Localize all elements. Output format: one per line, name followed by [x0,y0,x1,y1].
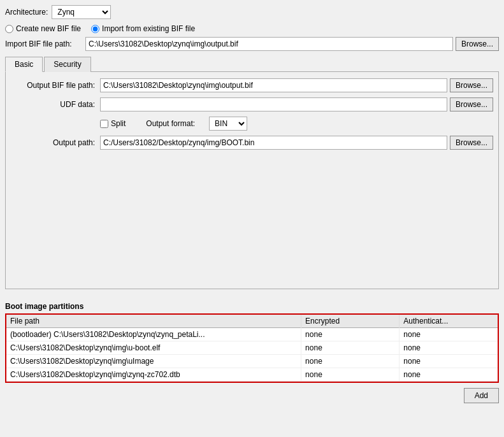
table-row[interactable]: C:\Users\31082\Desktop\zynq\img\uImage n… [6,355,498,368]
partitions-table-container: File path Encrypted Authenticat... (boot… [5,313,499,383]
import-bif-path-label: Import BIF file path: [5,39,82,48]
create-bif-label: Create new BIF file [16,24,81,33]
output-bif-input[interactable] [100,78,447,92]
partition-encrypted: none [301,368,400,382]
udf-label: UDF data: [11,100,100,109]
partition-authenticated: none [400,355,498,368]
partition-authenticated: none [400,368,498,382]
partitions-section-title: Boot image partitions [5,302,499,311]
import-bif-browse-button[interactable]: Browse... [456,37,499,51]
col-header-filepath: File path [6,315,301,328]
partition-encrypted: none [301,341,400,355]
col-header-encrypted: Encrypted [301,315,400,328]
udf-browse-button[interactable]: Browse... [450,97,493,111]
add-partition-button[interactable]: Add [464,388,499,403]
split-checkbox[interactable] [100,120,108,128]
output-path-browse-button[interactable]: Browse... [450,136,493,150]
architecture-select[interactable]: Zynq UltraScale+ Versal [52,5,111,19]
tab-security[interactable]: Security [44,57,90,72]
partition-filepath: (bootloader) C:\Users\31082\Desktop\zynq… [6,328,301,341]
output-format-select[interactable]: BIN MCS HEX [209,117,247,131]
partition-filepath: C:\Users\31082\Desktop\zynq\img\uImage [6,355,301,368]
architecture-label: Architecture: [5,8,48,17]
output-bif-browse-button[interactable]: Browse... [450,78,493,92]
partition-authenticated: none [400,328,498,341]
partition-authenticated: none [400,341,498,355]
import-bif-radio[interactable] [91,25,99,33]
import-bif-label: Import from existing BIF file [102,24,195,33]
partition-encrypted: none [301,328,400,341]
partition-filepath: C:\Users\31082\Desktop\zynq\img\zynq-zc7… [6,368,301,382]
udf-input[interactable] [100,97,447,111]
col-header-authenticated: Authenticat... [400,315,498,328]
table-row[interactable]: C:\Users\31082\Desktop\zynq\img\u-boot.e… [6,341,498,355]
split-label: Split [111,119,126,128]
output-path-label: Output path: [11,138,100,147]
output-format-label: Output format: [146,119,195,128]
content-spacer [11,155,493,282]
output-bif-label: Output BIF file path: [11,81,100,90]
import-bif-path-input[interactable] [85,37,453,51]
partition-filepath: C:\Users\31082\Desktop\zynq\img\u-boot.e… [6,341,301,355]
table-row[interactable]: (bootloader) C:\Users\31082\Desktop\zynq… [6,328,498,341]
create-bif-radio[interactable] [5,25,13,33]
tab-basic[interactable]: Basic [5,57,43,72]
table-row[interactable]: C:\Users\31082\Desktop\zynq\img\zynq-zc7… [6,368,498,382]
output-path-input[interactable] [100,136,447,150]
partitions-table: File path Encrypted Authenticat... (boot… [6,315,498,382]
partition-encrypted: none [301,355,400,368]
